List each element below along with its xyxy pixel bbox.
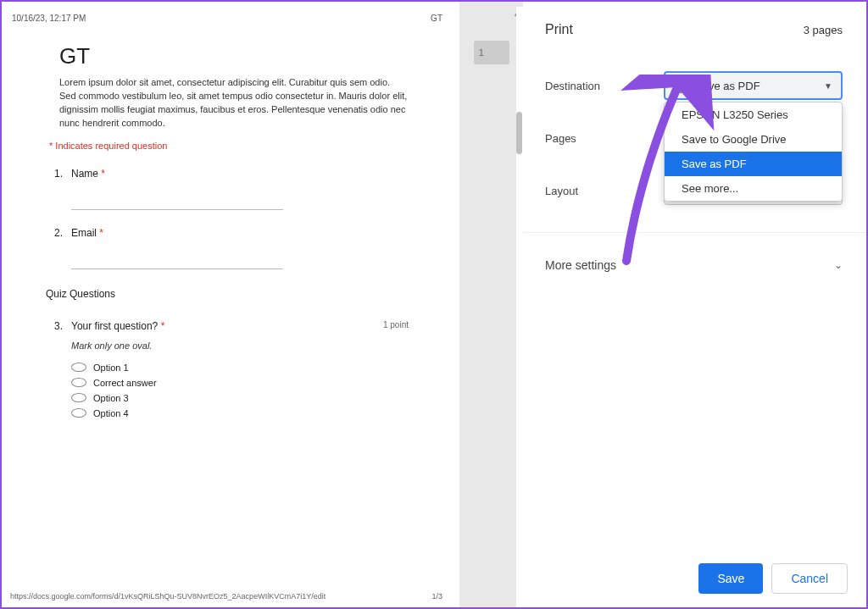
preview-footer-url: https://docs.google.com/forms/d/1vKsQRiL… [10,592,326,601]
destination-option[interactable]: Save to Google Drive [665,127,842,152]
question-label: Name * [71,168,409,180]
question-number: 3. [46,320,63,332]
destination-option[interactable]: EPSON L3250 Series [665,102,842,127]
destination-row: Destination Save as PDF ▼ EPSON L3250 Se… [523,64,866,117]
destination-dropdown: EPSON L3250 Series Save to Google Drive … [664,102,843,202]
page-thumbnail-badge[interactable]: 1 [474,41,509,64]
question-points: 1 point [383,320,409,332]
thumbnail-strip[interactable]: ▲ 1 [459,2,523,607]
form-title: GT [59,43,444,69]
chevron-down-icon: ▼ [824,81,832,91]
print-settings-panel: Print 3 pages Destination Save as PDF ▼ … [523,2,866,607]
question-hint: Mark only one oval. [71,340,444,351]
more-settings-label: More settings [545,258,616,272]
option-row: Option 1 [71,363,444,373]
preview-header-title: GT [431,14,442,23]
oval-icon [71,363,86,372]
option-row: Option 3 [71,393,444,403]
required-note: * Indicates required question [49,141,444,151]
scroll-up-icon[interactable]: ▲ [513,8,521,17]
page-count: 3 pages [804,24,843,36]
text-input-line [71,252,283,269]
destination-value: Save as PDF [695,80,760,92]
layout-label: Layout [545,185,664,197]
destination-option[interactable]: See more... [665,176,842,201]
scrollbar-thumb[interactable] [516,112,522,154]
oval-icon [71,408,86,418]
print-preview-area: 10/16/23, 12:17 PM GT GT Lorem ipsum dol… [2,2,523,607]
question-label: Email * [71,227,409,239]
preview-page: 10/16/23, 12:17 PM GT GT Lorem ipsum dol… [2,2,451,607]
cancel-button[interactable]: Cancel [771,563,848,594]
pages-label: Pages [545,132,664,145]
chevron-down-icon: ⌄ [834,259,843,271]
question-row: 3. Your first question? * [46,320,164,332]
question-row: 2. Email * [46,227,409,239]
form-description: Lorem ipsum dolor sit amet, consectetur … [59,76,409,130]
text-input-line [71,193,283,210]
option-row: Option 4 [71,408,444,418]
question-number: 2. [46,227,63,239]
option-row: Correct answer [71,378,444,388]
preview-footer-page: 1/3 [431,592,442,601]
preview-header-date: 10/16/23, 12:17 PM [12,14,86,23]
preview-scroll[interactable]: 10/16/23, 12:17 PM GT GT Lorem ipsum dol… [2,2,459,607]
question-number: 1. [46,168,63,180]
save-button[interactable]: Save [698,563,763,594]
oval-icon [71,378,86,387]
question-label: Your first question? * [71,320,164,332]
section-title: Quiz Questions [46,288,409,300]
panel-title: Print [545,22,573,37]
destination-label: Destination [545,80,664,92]
destination-select[interactable]: Save as PDF ▼ [664,71,843,100]
oval-icon [71,393,86,402]
pdf-file-icon [675,78,687,93]
question-row: 1. Name * [46,168,409,180]
more-settings-toggle[interactable]: More settings ⌄ [523,232,866,285]
destination-option[interactable]: Save as PDF [665,152,842,176]
